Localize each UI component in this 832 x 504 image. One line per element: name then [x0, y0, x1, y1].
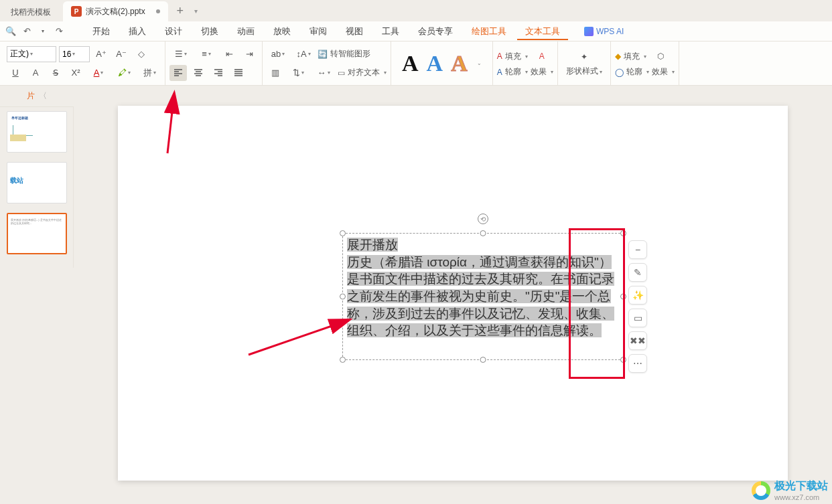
menu-tools[interactable]: 工具	[374, 23, 407, 40]
resize-handle[interactable]	[340, 357, 346, 363]
increase-indent-icon[interactable]: ⇥	[240, 46, 258, 62]
wordart-style-2[interactable]: A	[427, 51, 443, 76]
ribbon-font-group: 正文)▾ 16▾ A⁺ A⁻ ◇ U A S̶ X² A▾ 🖍▾ 拼▾	[3, 41, 165, 85]
menu-slideshow[interactable]: 放映	[265, 23, 299, 40]
bullet-list-icon[interactable]: ☰▾	[169, 46, 192, 62]
font-name-select[interactable]: 正文)▾	[7, 46, 56, 62]
slide-thumb-2[interactable]: 载站	[7, 162, 67, 203]
align-justify-icon[interactable]	[230, 65, 247, 81]
menu-view[interactable]: 视图	[338, 23, 371, 40]
shape-style-button[interactable]: ✦ 形状样式▾	[562, 50, 606, 77]
powerpoint-icon: P	[71, 6, 82, 17]
slide-thumb-1[interactable]: 单年运标题	[7, 111, 67, 153]
superscript-icon[interactable]: X²	[67, 65, 84, 81]
shape-effect-label[interactable]: 效果▾	[652, 66, 675, 78]
menu-text-tools[interactable]: 文本工具	[517, 23, 568, 40]
font-color-icon[interactable]: A▾	[87, 65, 110, 81]
font-effect-icon[interactable]: A	[27, 65, 44, 81]
increase-font-icon[interactable]: A⁺	[92, 46, 110, 62]
text-effect-icon: A	[535, 49, 549, 64]
menu-animation[interactable]: 动画	[229, 23, 263, 40]
menu-transition[interactable]: 切换	[193, 23, 226, 40]
text-outline-button[interactable]: A 轮廓▾	[497, 66, 528, 78]
line-spacing-icon[interactable]: ⇅▾	[287, 65, 309, 81]
tab-templates[interactable]: 找稻壳模板	[0, 3, 62, 21]
align-right-icon[interactable]	[210, 65, 227, 81]
slide-canvas-area[interactable]: ⟲ 展开播放 历史（希腊语 ιστορία，通过调查获得的知识"）是书面文件中描…	[74, 86, 832, 504]
pinyin-icon[interactable]: 拼▾	[138, 65, 161, 81]
layout-tool-icon[interactable]: ▭	[628, 309, 647, 327]
rotate-handle-icon[interactable]: ⟲	[478, 214, 488, 224]
slide-thumb-3[interactable]: 展开播放 历史(希腊语...) 是书面文件中描述的过去及其研究...	[7, 213, 67, 254]
text-direction-icon[interactable]: ab▾	[267, 46, 289, 62]
shape-fill-button[interactable]: ◆ 填充▾	[615, 51, 646, 62]
text-orientation-icon[interactable]: ↕A▾	[292, 46, 315, 62]
shape-outline-button[interactable]: ◯ 轮廓▾	[615, 66, 649, 78]
slide-thumbnail-panel[interactable]: 单年运标题 载站 展开播放 历史(希腊语...) 是书面文件中描述的过去及其研究…	[0, 107, 74, 268]
search-icon[interactable]: 🔍	[4, 25, 17, 38]
more-tool-icon[interactable]: ⋯	[628, 354, 647, 373]
slide-canvas[interactable]: ⟲ 展开播放 历史（希腊语 ιστορία，通过调查获得的知识"）是书面文件中描…	[118, 106, 788, 481]
svg-line-0	[249, 320, 349, 355]
columns-icon[interactable]: ▥	[267, 65, 284, 81]
menu-design[interactable]: 设计	[157, 23, 190, 40]
underline-icon[interactable]: U	[7, 65, 24, 81]
resize-handle[interactable]	[480, 230, 486, 236]
tab-file-name: 演示文稿(2).pptx	[86, 6, 145, 17]
menu-insert[interactable]: 插入	[121, 23, 154, 40]
outline-tab[interactable]: 片 〈	[0, 86, 74, 107]
text-fill-button[interactable]: A 填充▾	[497, 51, 528, 62]
align-left-icon[interactable]	[169, 65, 187, 81]
undo-dropdown-icon[interactable]: ▾	[36, 25, 50, 38]
text-effect-label[interactable]: 效果▾	[531, 66, 553, 78]
text-effect-button[interactable]: A	[531, 49, 553, 64]
wordart-style-3[interactable]: A	[451, 51, 468, 76]
decrease-font-icon[interactable]: A⁻	[113, 46, 130, 62]
wordart-more-icon[interactable]: ⌄	[477, 60, 482, 66]
wordart-style-1[interactable]: A	[402, 51, 419, 76]
ribbon-shapefx-group: ◆ 填充▾ ⬡ ◯ 轮廓▾ 效果▾	[611, 41, 679, 85]
numbered-list-icon[interactable]: ≡▾	[195, 46, 218, 62]
resize-handle[interactable]	[340, 230, 346, 236]
align-text-button[interactable]: ▭ 对齐文本▾	[338, 67, 387, 78]
ai-tool-icon[interactable]: ✨	[628, 286, 647, 305]
shape-effect-button[interactable]: ⬡	[649, 49, 672, 64]
redo-icon[interactable]: ↷	[52, 25, 66, 38]
decrease-indent-icon[interactable]: ⇤	[220, 46, 238, 62]
menu-drawing-tools[interactable]: 绘图工具	[464, 23, 514, 40]
left-panel: 片 〈 单年运标题 载站 展开播放 历史(希腊语...) 是书面文件中描述的过去…	[0, 86, 74, 504]
watermark-name: 极光下载站	[774, 479, 828, 493]
menu-review[interactable]: 审阅	[301, 23, 335, 40]
highlight-icon[interactable]: 🖍▾	[113, 65, 135, 81]
undo-icon[interactable]: ↶	[20, 25, 33, 38]
watermark-logo-icon	[752, 481, 770, 500]
brush-tool-icon[interactable]: ✎	[628, 263, 647, 282]
align-center-icon[interactable]	[190, 65, 207, 81]
outline-expand-icon[interactable]: 〈	[39, 90, 47, 102]
tab-bar: 找稻壳模板 P 演示文稿(2).pptx + ▾	[0, 0, 832, 21]
watermark: 极光下载站 www.xz7.com	[752, 479, 828, 501]
shape-style-icon: ✦	[577, 50, 592, 64]
tab-add-button[interactable]: +	[171, 1, 190, 20]
ribbon-spacing-group: ab▾ ↕A▾ 🔄 转智能图形 ▥ ⇅▾ ↔▾ ▭ 对齐文本▾	[263, 41, 391, 85]
tab-current-file[interactable]: P 演示文稿(2).pptx	[63, 1, 168, 21]
collapse-tool-icon[interactable]: −	[628, 240, 647, 259]
settings-tool-icon[interactable]: ✖✖	[628, 331, 647, 350]
wps-ai-button[interactable]: WPS AI	[584, 27, 624, 36]
ribbon-textfx-group: A 填充▾ A A 轮廓▾ 效果▾	[493, 41, 558, 85]
convert-smart-button[interactable]: 🔄 转智能图形	[318, 48, 370, 60]
ribbon-toolbar: 正文)▾ 16▾ A⁺ A⁻ ◇ U A S̶ X² A▾ 🖍▾ 拼▾ ☰▾ ≡…	[0, 41, 832, 86]
menu-member[interactable]: 会员专享	[410, 23, 461, 40]
tab-menu-button[interactable]: ▾	[190, 7, 203, 15]
clear-format-icon[interactable]: ◇	[133, 46, 150, 62]
strikethrough-icon[interactable]: S̶	[47, 65, 64, 81]
resize-handle[interactable]	[480, 357, 486, 363]
cube-icon: ⬡	[653, 49, 668, 64]
wps-ai-icon	[584, 27, 594, 36]
menu-start[interactable]: 开始	[84, 23, 118, 40]
outline-label: 片	[27, 90, 35, 102]
ribbon-shape-style-group: ✦ 形状样式▾	[558, 41, 611, 85]
char-spacing-icon[interactable]: ↔▾	[312, 65, 335, 81]
resize-handle[interactable]	[340, 294, 346, 300]
font-size-select[interactable]: 16▾	[59, 46, 90, 62]
